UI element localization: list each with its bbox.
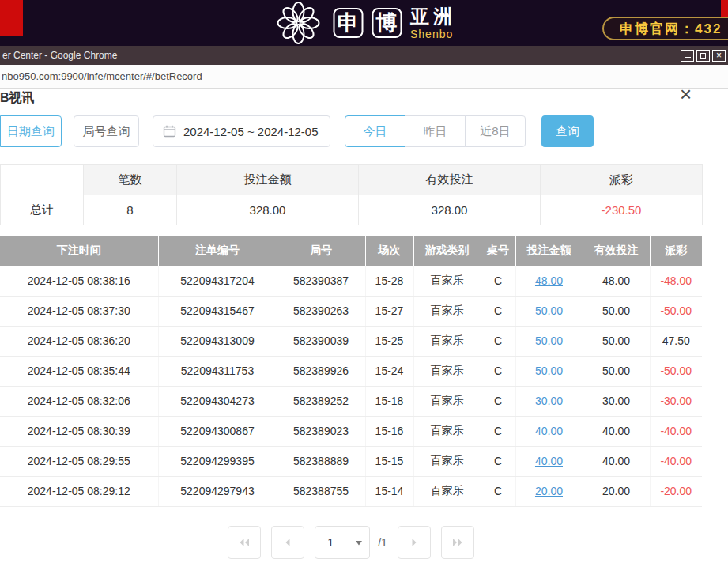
round-query-tab[interactable]: 局号查询	[74, 115, 139, 147]
bet-time: 2024-12-05 08:32:06	[0, 386, 158, 416]
brand-char-bo: 博	[372, 8, 402, 38]
bet-amount-link[interactable]: 48.00	[515, 266, 583, 296]
maximize-button[interactable]	[696, 50, 710, 62]
table-row: 2024-12-05 08:29:12522094297943582388755…	[0, 476, 702, 506]
payout: 47.50	[650, 326, 702, 356]
window-controls: ×	[681, 50, 726, 62]
table-id: C	[481, 476, 515, 506]
yesterday-button[interactable]: 昨日	[405, 115, 466, 147]
bet-records-table: 下注时间 注单编号 局号 场次 游戏类别 桌号 投注金额 有效投注 派彩 202…	[0, 236, 702, 507]
header-table-id: 桌号	[481, 236, 515, 266]
order-id: 522094313009	[158, 326, 277, 356]
round-id: 582388889	[277, 446, 365, 476]
table-id: C	[481, 386, 515, 416]
lotus-flower-icon	[272, 1, 324, 45]
valid-bet: 50.00	[583, 326, 650, 356]
bet-record-page: B视讯 × 日期查询 局号查询 2024-12-05 ~ 2024-12-05 …	[0, 89, 728, 582]
order-id: 522094300867	[158, 416, 277, 446]
game-type: 百家乐	[413, 416, 481, 446]
valid-bet: 40.00	[583, 416, 650, 446]
brand-char-shen: 申	[333, 8, 363, 38]
summary-header-payout: 派彩	[541, 165, 703, 195]
bet-time: 2024-12-05 08:30:39	[0, 416, 158, 446]
calendar-icon	[163, 125, 176, 138]
date-range-input[interactable]: 2024-12-05 ~ 2024-12-05	[153, 115, 330, 147]
session: 15-16	[365, 416, 413, 446]
table-row: 2024-12-05 08:38:16522094317204582390387…	[0, 266, 702, 296]
minimize-icon	[685, 57, 691, 58]
summary-header-row: 笔数 投注金额 有效投注 派彩	[1, 165, 703, 195]
order-id: 522094299395	[158, 446, 277, 476]
records-header-row: 下注时间 注单编号 局号 场次 游戏类别 桌号 投注金额 有效投注 派彩	[0, 236, 702, 266]
last-8-days-button[interactable]: 近8日	[465, 115, 526, 147]
right-arrow-icon	[410, 538, 418, 547]
first-page-button[interactable]	[228, 526, 261, 559]
brand-logo: 申 博 亚洲 Shenbo	[272, 1, 456, 45]
round-id: 582390263	[277, 296, 365, 326]
bet-amount-link[interactable]: 40.00	[515, 446, 583, 476]
official-site-badge: 申博官网：432	[602, 17, 728, 40]
round-id: 582390387	[277, 266, 365, 296]
page-total-label: /1	[378, 536, 387, 549]
pagination: 1 /1	[0, 526, 702, 559]
prev-page-button[interactable]	[271, 526, 304, 559]
left-arrow-icon	[284, 538, 292, 547]
header-round-id: 局号	[277, 236, 365, 266]
header-payout: 派彩	[650, 236, 702, 266]
game-type: 百家乐	[413, 386, 481, 416]
bet-amount-link[interactable]: 50.00	[515, 326, 583, 356]
address-bar[interactable]: nbo950.com:9900/infe/mcenter/#/betRecord	[0, 65, 728, 89]
valid-bet: 30.00	[583, 386, 650, 416]
summary-header-valid-bet: 有效投注	[359, 165, 541, 195]
table-id: C	[481, 266, 515, 296]
table-row: 2024-12-05 08:35:44522094311753582389926…	[0, 356, 702, 386]
brand-banner: 申 博 亚洲 Shenbo 申博官网：432	[0, 0, 728, 46]
valid-bet: 48.00	[583, 266, 650, 296]
valid-bet: 50.00	[583, 296, 650, 326]
round-id: 582388755	[277, 476, 365, 506]
search-button[interactable]: 查询	[541, 115, 594, 147]
order-id: 522094297943	[158, 476, 277, 506]
table-row: 2024-12-05 08:36:20522094313009582390039…	[0, 326, 702, 356]
payout: -50.00	[650, 356, 702, 386]
session: 15-18	[365, 386, 413, 416]
table-id: C	[481, 356, 515, 386]
bet-amount-link[interactable]: 30.00	[515, 386, 583, 416]
date-range-value: 2024-12-05 ~ 2024-12-05	[183, 125, 319, 138]
round-id: 582390039	[277, 326, 365, 356]
table-row: 2024-12-05 08:32:06522094304273582389252…	[0, 386, 702, 416]
round-id: 582389023	[277, 416, 365, 446]
table-row: 2024-12-05 08:30:39522094300867582389023…	[0, 416, 702, 446]
close-window-button[interactable]: ×	[712, 50, 726, 62]
order-id: 522094311753	[158, 356, 277, 386]
table-row: 2024-12-05 08:29:55522094299395582388889…	[0, 446, 702, 476]
today-button[interactable]: 今日	[345, 115, 405, 147]
session: 15-24	[365, 356, 413, 386]
header-bet-amount: 投注金额	[515, 236, 583, 266]
summary-total-label: 总计	[1, 195, 84, 225]
quick-date-group: 今日 昨日 近8日	[345, 115, 526, 147]
payout: -50.00	[650, 296, 702, 326]
bet-amount-link[interactable]: 50.00	[515, 356, 583, 386]
bet-time: 2024-12-05 08:35:44	[0, 356, 158, 386]
game-type: 百家乐	[413, 356, 481, 386]
bet-amount-link[interactable]: 40.00	[515, 416, 583, 446]
next-page-button[interactable]	[398, 526, 431, 559]
brand-region-label: 亚洲	[410, 6, 456, 28]
panel-close-icon[interactable]: ×	[680, 84, 692, 104]
last-page-button[interactable]	[441, 526, 474, 559]
bet-amount-link[interactable]: 20.00	[515, 476, 583, 506]
table-id: C	[481, 296, 515, 326]
summary-valid-bet: 328.00	[359, 195, 541, 225]
bet-amount-link[interactable]: 50.00	[515, 296, 583, 326]
summary-header-count: 笔数	[84, 165, 177, 195]
game-type: 百家乐	[413, 296, 481, 326]
valid-bet: 20.00	[583, 476, 650, 506]
page-select[interactable]: 1	[315, 526, 370, 559]
minimize-button[interactable]	[681, 50, 694, 62]
payout: -40.00	[650, 446, 702, 476]
date-query-tab[interactable]: 日期查询	[0, 115, 62, 147]
bottom-divider	[0, 569, 728, 569]
valid-bet: 40.00	[583, 446, 650, 476]
bet-time: 2024-12-05 08:29:12	[0, 476, 158, 506]
